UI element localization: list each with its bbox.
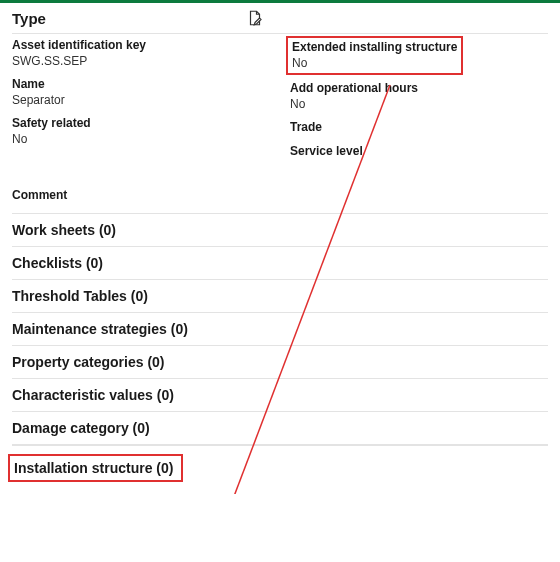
header-row: Type	[12, 9, 548, 34]
highlight-installation-structure: Installation structure (0)	[8, 454, 183, 482]
field-asset-id: Asset identification key SWG.SS.SEP	[12, 38, 270, 69]
section-maintenance-strategies[interactable]: Maintenance strategies (0)	[12, 312, 548, 346]
label-service: Service level	[290, 144, 548, 160]
value-ext: No	[292, 56, 457, 72]
section-characteristic-values[interactable]: Characteristic values (0)	[12, 378, 548, 412]
label-asset-id: Asset identification key	[12, 38, 270, 54]
section-damage-category[interactable]: Damage category (0)	[12, 411, 548, 445]
value-opr: No	[290, 97, 548, 113]
top-accent-bar	[0, 0, 560, 3]
label-opr: Add operational hours	[290, 81, 548, 97]
field-name: Name Separator	[12, 77, 270, 108]
value-name: Separator	[12, 93, 270, 109]
section-installation-structure[interactable]: Installation structure (0)	[14, 460, 173, 476]
edit-icon[interactable]	[246, 9, 264, 27]
label-safety: Safety related	[12, 116, 270, 132]
right-column: Extended installing structure No Add ope…	[290, 38, 548, 168]
value-safety: No	[12, 132, 270, 148]
page-title: Type	[12, 10, 46, 27]
label-trade: Trade	[290, 120, 548, 136]
section-worksheets[interactable]: Work sheets (0)	[12, 213, 548, 247]
field-service-level: Service level	[290, 144, 548, 160]
field-safety: Safety related No	[12, 116, 270, 147]
label-name: Name	[12, 77, 270, 93]
field-ext: Extended installing structure No	[292, 40, 457, 71]
left-column: Asset identification key SWG.SS.SEP Name…	[12, 38, 270, 168]
field-operational-hours: Add operational hours No	[290, 81, 548, 112]
label-ext: Extended installing structure	[292, 40, 457, 56]
section-checklists[interactable]: Checklists (0)	[12, 246, 548, 280]
section-threshold-tables[interactable]: Threshold Tables (0)	[12, 279, 548, 313]
highlight-extended-structure: Extended installing structure No	[286, 36, 463, 75]
label-comment: Comment	[12, 188, 548, 202]
section-property-categories[interactable]: Property categories (0)	[12, 345, 548, 379]
sections-list: Work sheets (0) Checklists (0) Threshold…	[12, 213, 548, 482]
field-trade: Trade	[290, 120, 548, 136]
value-asset-id: SWG.SS.SEP	[12, 54, 270, 70]
